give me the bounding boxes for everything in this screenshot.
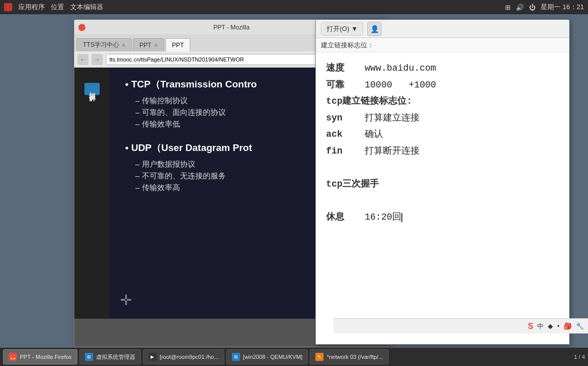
user-icon-button[interactable]: 👤	[367, 22, 381, 36]
network-icon-symbol: ✎	[317, 354, 321, 359]
taskbar-firefox-label: PPT - Mozilla Firefox	[20, 354, 72, 360]
line-label-tcp-flags: tcp建立链接标志位:	[326, 94, 412, 109]
editor-line-break: 休息 16:20回	[326, 209, 559, 225]
line-label-syn: syn	[326, 110, 357, 126]
tab-ppt2-label: PPT	[172, 42, 184, 49]
taskbar-network[interactable]: ✎ *network 03 (/var/ftp/...	[310, 349, 389, 364]
input-method-tool[interactable]: 🔧	[576, 322, 584, 330]
terminal-taskbar-icon: ▶	[149, 353, 157, 361]
taskbar-firefox[interactable]: 🦊 PPT - Mozilla Firefox	[3, 349, 77, 364]
editor-line-syn: syn 打算建立连接	[326, 110, 559, 126]
tab-ppt1-close[interactable]: ×	[154, 42, 157, 48]
firefox-taskbar-icon: 🦊	[9, 353, 17, 361]
network-icon: ⊞	[505, 4, 511, 11]
editor-toolbar: 打开(O) ▼ 👤	[316, 20, 569, 38]
win-taskbar-icon: ⊞	[232, 353, 240, 361]
line-value-syn: 打算建立连接	[365, 110, 420, 126]
firefox-icon-symbol: 🦊	[10, 354, 16, 360]
text-cursor	[401, 213, 402, 222]
win-icon-symbol: ⊞	[234, 354, 238, 359]
page-indicator: 1 / 4	[574, 354, 585, 360]
line-value-fin: 打算断开连接	[365, 143, 420, 159]
taskbar-vm-label: 虚拟系统管理器	[96, 353, 135, 361]
taskbar-terminal[interactable]: ▶ [root@room9pc01:/ho...	[143, 349, 224, 364]
taskbar-terminal-label: [root@room9pc01:/ho...	[160, 354, 219, 360]
input-method-bullet[interactable]: •	[557, 322, 560, 330]
taskbar-win-label: [win2008 - QEMU/KVM]	[243, 354, 303, 360]
editor-line-reliable: 可靠 10000 +1000	[326, 77, 559, 93]
user-icon: 👤	[370, 25, 379, 33]
line-label-reliable: 可靠	[326, 77, 357, 93]
editor-line-speed: 速度 www.baidu.com	[326, 60, 559, 76]
input-method-s[interactable]: S	[528, 322, 534, 331]
editor-content[interactable]: 速度 www.baidu.com 可靠 10000 +1000 tcp建立链接标…	[316, 52, 569, 344]
tab-ppt1-label: PPT	[139, 42, 151, 49]
line-label-break: 休息	[326, 209, 357, 225]
vm-icon-symbol: ⊞	[87, 354, 91, 359]
bottom-taskbar: 🦊 PPT - Mozilla Firefox ⊞ 虚拟系统管理器 ▶ [roo…	[0, 348, 588, 366]
input-method-bar: S 中 ◆ • 🎒 🔧	[334, 318, 588, 333]
back-button[interactable]: ←	[77, 54, 89, 65]
vm-taskbar-icon: ⊞	[85, 353, 93, 361]
editor-line-fin: fin 打算断开连接	[326, 143, 559, 159]
editor-line-tcp-flags: tcp建立链接标志位:	[326, 94, 559, 109]
desktop: PPT - Mozilla × TTS学习中心 × PPT × PPT ← → …	[0, 14, 588, 352]
time-display: 星期一 16：21	[541, 3, 584, 12]
tab-tts[interactable]: TTS学习中心 ×	[76, 38, 132, 51]
line-value-reliable: 10000 +1000	[365, 77, 436, 93]
line-value-ack: 确认	[365, 127, 383, 142]
top-taskbar-right: ⊞ 🔊 ⏻ 星期一 16：21	[505, 3, 584, 12]
dropdown-arrow-icon: ▼	[351, 25, 358, 33]
taskbar-network-label: *network 03 (/var/ftp/...	[327, 354, 383, 360]
editor-line-empty1	[326, 160, 559, 176]
editor-line-tcp-handshake: tcp三次握手	[326, 176, 559, 192]
forward-button[interactable]: →	[92, 54, 103, 65]
input-method-chinese[interactable]: 中	[537, 322, 544, 331]
power-icon: ⏻	[529, 4, 536, 11]
editor-line-empty2	[326, 193, 559, 209]
editor-label[interactable]: 文本编辑器	[70, 3, 103, 12]
editor-header-text: 建立链接标志位：	[321, 41, 374, 50]
taskbar-win[interactable]: ⊞ [win2008 - QEMU/KVM]	[226, 349, 308, 364]
open-button[interactable]: 打开(O) ▼	[321, 22, 363, 36]
app-menu-icon	[4, 3, 12, 11]
line-label-tcp-handshake: tcp三次握手	[326, 176, 379, 192]
line-label-ack: ack	[326, 127, 357, 142]
top-taskbar-left: 应用程序 位置 文本编辑器	[4, 3, 103, 12]
terminal-icon-symbol: ▶	[151, 354, 154, 359]
editor-top-text: 建立链接标志位：	[316, 38, 569, 52]
top-taskbar: 应用程序 位置 文本编辑器 ⊞ 🔊 ⏻ 星期一 16：21	[0, 0, 588, 14]
slide-plus-icon: ✛	[120, 292, 132, 309]
location-label[interactable]: 位置	[51, 3, 64, 12]
input-method-bag[interactable]: 🎒	[564, 322, 572, 330]
tab-ppt2[interactable]: PPT	[165, 38, 190, 51]
line-value-speed: www.baidu.com	[365, 60, 436, 76]
app-menu-label[interactable]: 应用程序	[18, 3, 45, 12]
open-button-label: 打开(O)	[327, 25, 349, 33]
network-taskbar-icon: ✎	[315, 353, 324, 361]
editor-window: 打开(O) ▼ 👤 建立链接标志位： 速度 www.baidu.com 可靠 1…	[315, 19, 570, 345]
tab-ppt1[interactable]: PPT ×	[133, 38, 164, 51]
tab-tts-close[interactable]: ×	[122, 42, 125, 48]
taskbar-vm[interactable]: ⊞ 虚拟系统管理器	[79, 349, 141, 364]
editor-line-ack: ack 确认	[326, 127, 559, 142]
slide-sidebar: 知识讲解	[74, 68, 110, 319]
line-value-break: 16:20回	[365, 209, 402, 225]
firefox-logo-icon	[78, 24, 85, 31]
volume-icon: 🔊	[516, 4, 524, 11]
line-label-speed: 速度	[326, 60, 357, 76]
line-label-fin: fin	[326, 143, 357, 159]
tab-tts-label: TTS学习中心	[83, 41, 119, 49]
input-method-dot[interactable]: ◆	[548, 322, 553, 330]
knowledge-badge: 知识讲解	[84, 83, 100, 95]
